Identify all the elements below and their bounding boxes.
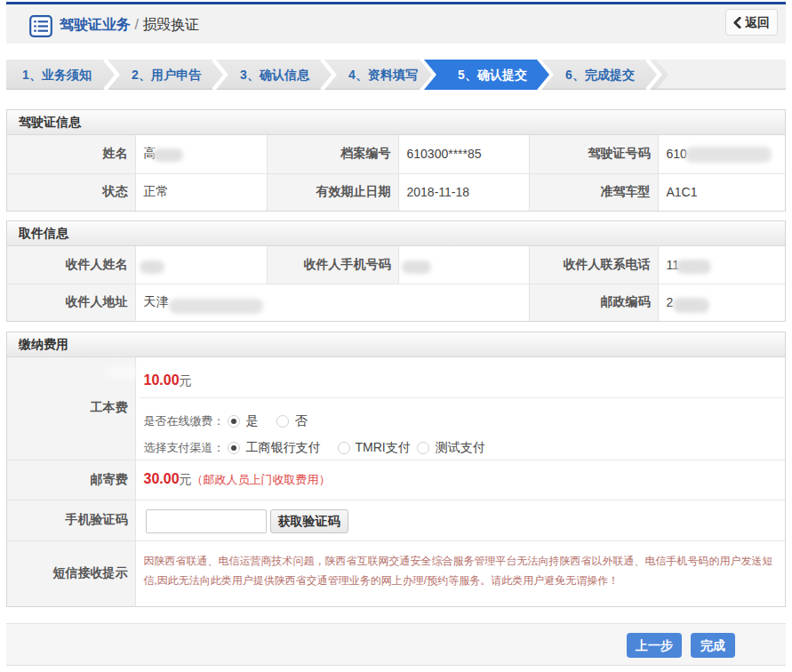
svg-text:1、业务须知: 1、业务须知 bbox=[22, 68, 92, 82]
svg-text:6、完成提交: 6、完成提交 bbox=[565, 68, 635, 82]
svg-text:2、用户申告: 2、用户申告 bbox=[132, 68, 202, 82]
svg-text:5、确认提交: 5、确认提交 bbox=[458, 68, 527, 82]
svg-text:3、确认信息: 3、确认信息 bbox=[240, 68, 310, 82]
svg-text:4、资料填写: 4、资料填写 bbox=[348, 68, 418, 82]
